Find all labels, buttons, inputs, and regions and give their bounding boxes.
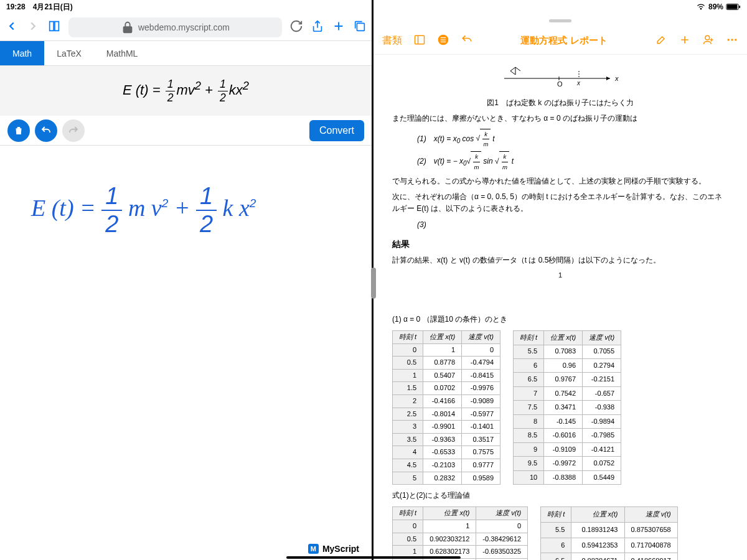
svg-text:O: O [557, 80, 563, 88]
status-bar-right: 89% [374, 0, 747, 14]
fig-caption: 図1 ばね定数 k のばね振り子にはたらく力 [392, 97, 728, 109]
tab-latex[interactable]: LaTeX [44, 41, 94, 65]
svg-text:x: x [576, 80, 581, 86]
handwriting-strokes: E (t) = 12 m v2 + 12 k x2 [31, 183, 256, 238]
svg-rect-4 [415, 35, 425, 44]
document-body[interactable]: xOx 図1 ばね定数 k のばね振り子にはたらく力 また理論的には、摩擦がない… [374, 55, 747, 560]
back-button[interactable] [5, 19, 19, 35]
add-icon[interactable] [679, 34, 691, 49]
theo-tables: 時刻 t位置 x(t)速度 v(t)0100.50.902303212-0.38… [392, 506, 728, 560]
wifi-icon [696, 3, 706, 11]
tab-mathml[interactable]: MathML [94, 41, 151, 65]
eq1: (1) x(t) = x0 cos √km t [417, 129, 728, 149]
svg-text:x: x [614, 75, 619, 82]
case1: (1) α = 0 （課題10 の条件）のとき [392, 314, 728, 325]
svg-rect-0 [357, 23, 364, 30]
svg-point-7 [728, 39, 730, 40]
forward-button[interactable] [26, 19, 40, 35]
back-to-docs[interactable]: 書類 [382, 34, 402, 47]
para2: で与えられる。この式から導かれた値を理論値として、上述の実験と同様の手順で実験す… [392, 175, 728, 187]
collab-icon[interactable] [702, 34, 715, 49]
theo-head: 式(1)と(2)による理論値 [392, 490, 728, 502]
undo-button[interactable] [35, 119, 57, 142]
convert-button[interactable]: Convert [309, 120, 364, 141]
svg-point-6 [705, 35, 710, 40]
home-indicator[interactable] [286, 556, 461, 559]
split-handle[interactable] [371, 268, 376, 299]
status-bar: 19:28 4月21日(日) [0, 0, 372, 14]
svg-point-9 [735, 39, 736, 40]
bookmarks-icon[interactable] [47, 19, 61, 35]
theo-right: 時刻 t位置 x(t)速度 v(t)5.50.189312430.8753076… [540, 506, 678, 560]
myscript-logo: MMyScript [308, 544, 359, 554]
redo-button[interactable] [62, 119, 85, 142]
svg-rect-3 [739, 6, 740, 8]
svg-point-8 [731, 39, 733, 40]
view-icon[interactable] [413, 34, 426, 49]
sheet-handle[interactable] [549, 19, 571, 22]
list-icon[interactable] [437, 34, 449, 49]
brush-icon[interactable] [655, 34, 667, 49]
figure-axis: xOx [392, 66, 728, 92]
handwriting-canvas[interactable]: E (t) = 12 m v2 + 12 k x2 MMyScript [0, 146, 372, 560]
formula-output: E (t) = 12mv2 + 12kx2 [0, 66, 372, 116]
battery-icon [726, 3, 741, 11]
address-bar[interactable]: webdemo.myscript.com [68, 17, 282, 37]
more-icon[interactable] [726, 34, 738, 49]
lock-icon [121, 21, 134, 34]
notes-toolbar: 書類 運動方程式 レポート [374, 27, 747, 55]
page-number: 1 [392, 270, 728, 281]
new-tab-icon[interactable] [332, 19, 345, 35]
undo-icon[interactable] [461, 34, 473, 49]
results-heading: 結果 [392, 237, 728, 251]
share-icon[interactable] [311, 19, 324, 35]
format-tabs: Math LaTeX MathML [0, 41, 372, 66]
tab-math[interactable]: Math [0, 41, 44, 65]
svg-rect-2 [727, 4, 738, 9]
reload-icon[interactable] [289, 19, 303, 35]
eq2: (2) v(t) = − x0√km sin √km t [417, 151, 728, 172]
doc-title: 運動方程式 レポート [484, 35, 644, 47]
data-tables: 時刻 t位置 x(t)速度 v(t)0100.50.8778-0.479410.… [392, 330, 728, 485]
url-text: webdemo.myscript.com [138, 22, 230, 32]
table-right: 時刻 t位置 x(t)速度 v(t)5.50.70830.705560.960.… [513, 330, 621, 485]
safari-toolbar: webdemo.myscript.com [0, 14, 372, 41]
canvas-toolbar: Convert [0, 116, 372, 146]
para-theory: また理論的には、摩擦がないとき、すなわち α = 0 のばね振り子の運動は [392, 113, 728, 124]
clear-button[interactable] [7, 119, 30, 142]
para4: 計算の結果、x(t) と v(t) の数値データ（t は 0.5秒間隔）は以下の… [392, 254, 728, 266]
eq3: (3) [417, 219, 728, 231]
tabs-icon[interactable] [353, 19, 367, 35]
theo-left: 時刻 t位置 x(t)速度 v(t)0100.50.902303212-0.38… [392, 506, 528, 560]
para3: 次に、それぞれの場合（α = 0, 0.5, 5）の時刻 t における全エネルギ… [392, 191, 728, 215]
table-left: 時刻 t位置 x(t)速度 v(t)0100.50.8778-0.479410.… [392, 330, 500, 485]
